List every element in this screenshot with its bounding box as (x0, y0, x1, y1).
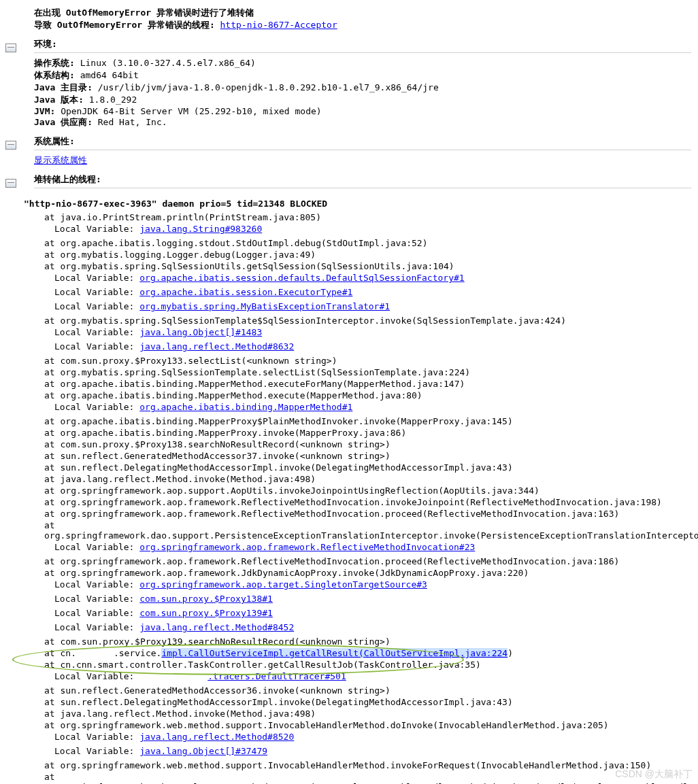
frame: org.springframework.web.method.support.I… (60, 760, 651, 770)
at: at (44, 356, 60, 366)
at: at (44, 636, 60, 647)
frame: java.lang.reflect.Method.invoke(Method.j… (60, 709, 316, 719)
frame: com.sun.proxy.$Proxy138.searchNoResultRe… (60, 439, 390, 449)
at: at (44, 497, 60, 507)
at: at (44, 709, 60, 719)
oom-thread-link[interactable]: http-nio-8677-Acceptor (220, 20, 337, 30)
oom-thread-label: 导致 OutOfMemoryError 异常错误的线程: (34, 20, 220, 30)
at: at (44, 261, 60, 271)
frame: cn.cnn.smart.controller.TaskController.g… (60, 660, 480, 670)
os-label: 操作系统: (34, 58, 75, 68)
frame: org.mybatis.spring.SqlSessionTemplate.se… (60, 367, 470, 377)
local-var-link[interactable]: java.lang.Object[]#1483 (139, 327, 262, 337)
local-var-link[interactable]: org.apache.ibatis.session.defaults.Defau… (139, 273, 464, 283)
local-var-link[interactable]: java.lang.reflect.Method#8520 (139, 732, 294, 742)
frame: sun.reflect.GeneratedMethodAccessor36.in… (60, 685, 390, 696)
frame: org.apache.ibatis.binding.MapperProxy.in… (60, 428, 406, 438)
javahome-label: Java 主目录: (34, 82, 93, 92)
lv: Local Variable: (54, 287, 139, 297)
frame: java.io.PrintStream.println(PrintStream.… (60, 212, 321, 222)
at: at (44, 697, 60, 707)
local-var-link[interactable]: org.mybatis.spring.MyBatisExceptionTrans… (139, 301, 390, 311)
vendor-value: Red Hat, Inc. (98, 117, 167, 127)
at: at (44, 428, 60, 438)
section-icon (5, 179, 16, 188)
env-title: 环境: (34, 38, 691, 53)
lv: Local Variable: (54, 746, 139, 756)
frame: org.springframework.web.method.support.I… (60, 720, 608, 730)
at: at (44, 451, 60, 461)
frame: org.springframework.aop.framework.Reflec… (60, 556, 619, 566)
javahome-value: /usr/lib/jvm/java-1.8.0-openjdk-1.8.0.29… (98, 82, 439, 92)
javaver-value: 1.8.0_292 (89, 95, 137, 105)
at: at (44, 212, 60, 222)
at: at (44, 720, 60, 730)
thread-header: "http-nio-8677-exec-3963" daemon prio=5 … (24, 199, 691, 209)
lv: Local Variable: (54, 273, 139, 283)
local-var-link[interactable]: java.lang.Object[]#37479 (139, 746, 267, 756)
frame: org.springframework.dao.support.Persiste… (44, 530, 698, 541)
lv: Local Variable: (54, 608, 139, 618)
local-var-link[interactable]: java.lang.String#983260 (139, 224, 262, 234)
show-sysprops-link[interactable]: 显示系统属性 (34, 155, 87, 165)
frame: org.mybatis.spring.SqlSessionTemplate$Sq… (60, 316, 566, 326)
section-icon (5, 44, 16, 52)
at: at (44, 568, 60, 578)
local-var-link[interactable]: com.sun.proxy.$Proxy138#1 (139, 594, 273, 604)
frame: org.springframework.aop.framework.Reflec… (60, 497, 661, 507)
at: at (44, 660, 60, 670)
frame: org.apache.ibatis.binding.MapperMethod.e… (60, 379, 465, 389)
frame-redacted: cn. (60, 648, 76, 658)
at: at (44, 379, 60, 389)
frame: sun.reflect.DelegatingMethodAccessorImpl… (60, 462, 512, 473)
frame-redacted: .service. (114, 648, 161, 658)
at: at (44, 462, 60, 473)
frame: org.springframework.aop.framework.JdkDyn… (60, 568, 529, 578)
sysprop-title: 系统属性: (34, 135, 691, 150)
lv: Local Variable: (54, 542, 139, 552)
local-var-link[interactable]: .tracers.DefaultTracer#501 (139, 671, 346, 681)
lv: Local Variable: (54, 327, 139, 337)
watermark: CSDN @大脑补丁 (615, 768, 693, 781)
at: at (44, 238, 60, 248)
at: at (44, 648, 60, 658)
frame: com.sun.proxy.$Proxy139.searchNoResultRe… (60, 636, 390, 647)
lv: Local Variable: (54, 579, 139, 590)
frame: sun.reflect.DelegatingMethodAccessorImpl… (60, 697, 512, 707)
local-var-link[interactable]: org.springframework.aop.target.Singleton… (139, 579, 427, 590)
frame-link-highlighted[interactable]: impl.CallOutServiceImpl.getCallResult(Ca… (161, 648, 508, 658)
frame: org.apache.ibatis.binding.MapperMethod.e… (60, 390, 422, 400)
local-var-link[interactable]: com.sun.proxy.$Proxy139#1 (139, 608, 273, 618)
vendor-label: Java 供应商: (34, 117, 93, 127)
threads-title: 堆转储上的线程: (34, 173, 691, 188)
frame: org.apache.ibatis.binding.MapperProxy$Pl… (60, 416, 512, 426)
frame: ) (508, 648, 513, 658)
jvm-label: JVM: (34, 106, 55, 116)
at: at (44, 390, 60, 400)
frame: org.mybatis.logging.Logger.debug(Logger.… (60, 250, 316, 260)
oom-heading: 在出现 OutOfMemoryError 异常错误时进行了堆转储 (34, 7, 691, 19)
at: at (44, 520, 55, 530)
lv: Local Variable: (54, 402, 139, 412)
at: at (44, 367, 60, 377)
os-value: Linux (3.10.0-327.4.5.el7.x86_64) (80, 58, 256, 68)
at: at (44, 760, 60, 770)
local-var-link[interactable]: org.springframework.aop.framework.Reflec… (139, 542, 475, 552)
lv: Local Variable: (54, 732, 139, 742)
frame: org.springframework.aop.framework.Reflec… (60, 509, 619, 519)
lv: Local Variable: (54, 224, 139, 234)
at: at (44, 439, 60, 449)
lv: Local Variable: (54, 301, 139, 311)
at: at (44, 474, 60, 484)
frame: java.lang.reflect.Method.invoke(Method.j… (60, 474, 316, 484)
local-var-link[interactable]: java.lang.reflect.Method#8632 (139, 341, 294, 352)
local-var-link[interactable]: org.apache.ibatis.binding.MapperMethod#1 (139, 402, 352, 412)
jvm-value: OpenJDK 64-Bit Server VM (25.292-b10, mi… (61, 106, 322, 116)
local-var-link[interactable]: java.lang.reflect.Method#8452 (139, 622, 294, 632)
local-var-link[interactable]: org.apache.ibatis.session.ExecutorType#1 (139, 287, 352, 297)
at: at (44, 772, 55, 782)
frame: sun.reflect.GeneratedMethodAccessor37.in… (60, 451, 390, 461)
at: at (44, 416, 60, 426)
at: at (44, 509, 60, 519)
frame: com.sun.proxy.$Proxy133.selectList(<unkn… (60, 356, 337, 366)
